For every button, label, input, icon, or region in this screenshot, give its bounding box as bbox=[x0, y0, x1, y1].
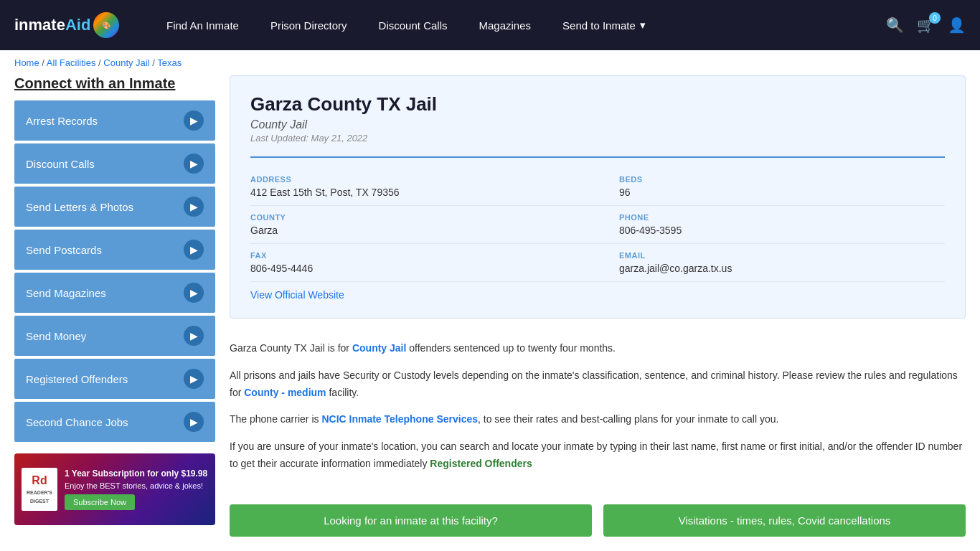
main-nav: Find An Inmate Prison Directory Discount… bbox=[151, 0, 864, 50]
visitations-button[interactable]: Visitations - times, rules, Covid cancel… bbox=[603, 504, 966, 537]
sidebar-item-send-money[interactable]: Send Money ▶ bbox=[14, 316, 215, 356]
desc-para-2: All prisons and jails have Security or C… bbox=[230, 367, 966, 402]
sidebar: Connect with an Inmate Arrest Records ▶ … bbox=[14, 75, 215, 551]
sidebar-item-send-letters[interactable]: Send Letters & Photos ▶ bbox=[14, 187, 215, 227]
county-medium-link[interactable]: County - medium bbox=[244, 387, 326, 398]
arrow-icon: ▶ bbox=[184, 412, 204, 432]
nav-send-to-inmate[interactable]: Send to Inmate ▾ bbox=[547, 0, 661, 50]
search-icon[interactable]: 🔍 bbox=[886, 17, 904, 34]
facility-details: ADDRESS 412 East 15th St, Post, TX 79356… bbox=[250, 156, 945, 282]
detail-fax: FAX 806-495-4446 bbox=[250, 244, 598, 282]
sidebar-item-discount-calls[interactable]: Discount Calls ▶ bbox=[14, 143, 215, 184]
main-content: Garza County TX Jail County Jail Last Up… bbox=[230, 75, 966, 551]
arrow-icon: ▶ bbox=[184, 369, 204, 389]
detail-address: ADDRESS 412 East 15th St, Post, TX 79356 bbox=[250, 168, 598, 206]
looking-for-inmate-button[interactable]: Looking for an inmate at this facility? bbox=[230, 504, 592, 537]
facility-description: Garza County TX Jail is for County Jail … bbox=[230, 333, 966, 490]
sidebar-item-send-postcards[interactable]: Send Postcards ▶ bbox=[14, 230, 215, 270]
action-buttons: Looking for an inmate at this facility? … bbox=[230, 504, 966, 537]
user-icon[interactable]: 👤 bbox=[948, 17, 966, 34]
arrow-icon: ▶ bbox=[184, 110, 204, 131]
ncic-link[interactable]: NCIC Inmate Telephone Services bbox=[321, 413, 478, 425]
arrow-icon: ▶ bbox=[184, 240, 204, 260]
ad-text: 1 Year Subscription for only $19.98 Enjo… bbox=[65, 468, 207, 510]
chevron-down-icon: ▾ bbox=[640, 19, 646, 32]
view-website-link[interactable]: View Official Website bbox=[250, 289, 344, 301]
arrow-icon: ▶ bbox=[184, 197, 204, 217]
arrow-icon: ▶ bbox=[184, 283, 204, 303]
desc-para-3: The phone carrier is NCIC Inmate Telepho… bbox=[230, 411, 966, 428]
arrow-icon: ▶ bbox=[184, 154, 204, 174]
facility-card: Garza County TX Jail County Jail Last Up… bbox=[230, 75, 966, 319]
breadcrumb-county-jail[interactable]: County Jail bbox=[103, 57, 149, 68]
detail-phone: PHONE 806-495-3595 bbox=[598, 206, 945, 244]
detail-beds: BEDS 96 bbox=[598, 168, 945, 206]
breadcrumb: Home / All Facilities / County Jail / Te… bbox=[0, 50, 980, 75]
cart-icon[interactable]: 🛒 0 bbox=[917, 17, 935, 34]
main-container: Connect with an Inmate Arrest Records ▶ … bbox=[0, 75, 980, 551]
breadcrumb-home[interactable]: Home bbox=[14, 57, 39, 68]
detail-email: EMAIL garza.jail@co.garza.tx.us bbox=[598, 244, 945, 282]
detail-county: COUNTY Garza bbox=[250, 206, 598, 244]
nav-find-inmate[interactable]: Find An Inmate bbox=[151, 0, 255, 50]
ad-banner[interactable]: Rd READER'S DIGEST 1 Year Subscription f… bbox=[14, 453, 215, 525]
sidebar-item-arrest-records[interactable]: Arrest Records ▶ bbox=[14, 100, 215, 141]
nav-magazines[interactable]: Magazines bbox=[463, 0, 547, 50]
nav-discount-calls[interactable]: Discount Calls bbox=[363, 0, 463, 50]
arrow-icon: ▶ bbox=[184, 326, 204, 346]
facility-type: County Jail bbox=[250, 118, 945, 131]
logo-icon: 🎨 bbox=[93, 12, 119, 38]
county-jail-link[interactable]: County Jail bbox=[352, 342, 406, 354]
ad-logo: Rd READER'S DIGEST bbox=[22, 468, 57, 511]
desc-para-4: If you are unsure of your inmate's locat… bbox=[230, 438, 966, 473]
sidebar-menu: Arrest Records ▶ Discount Calls ▶ Send L… bbox=[14, 100, 215, 442]
sidebar-title: Connect with an Inmate bbox=[14, 75, 215, 92]
facility-updated: Last Updated: May 21, 2022 bbox=[250, 133, 945, 143]
breadcrumb-all-facilities[interactable]: All Facilities bbox=[47, 57, 96, 68]
logo[interactable]: inmateAid 🎨 bbox=[14, 12, 129, 38]
cart-badge: 0 bbox=[929, 12, 941, 24]
breadcrumb-texas[interactable]: Texas bbox=[157, 57, 182, 68]
registered-offenders-link[interactable]: Registered Offenders bbox=[430, 458, 532, 469]
sidebar-item-send-magazines[interactable]: Send Magazines ▶ bbox=[14, 273, 215, 313]
logo-text: inmateAid bbox=[14, 16, 90, 34]
header-icons: 🔍 🛒 0 👤 bbox=[886, 17, 966, 34]
ad-subscribe-button[interactable]: Subscribe Now bbox=[65, 494, 135, 510]
main-header: inmateAid 🎨 Find An Inmate Prison Direct… bbox=[0, 0, 980, 50]
nav-prison-directory[interactable]: Prison Directory bbox=[255, 0, 363, 50]
desc-para-1: Garza County TX Jail is for County Jail … bbox=[230, 340, 966, 357]
sidebar-item-second-chance-jobs[interactable]: Second Chance Jobs ▶ bbox=[14, 402, 215, 442]
sidebar-item-registered-offenders[interactable]: Registered Offenders ▶ bbox=[14, 359, 215, 399]
facility-name: Garza County TX Jail bbox=[250, 93, 945, 116]
